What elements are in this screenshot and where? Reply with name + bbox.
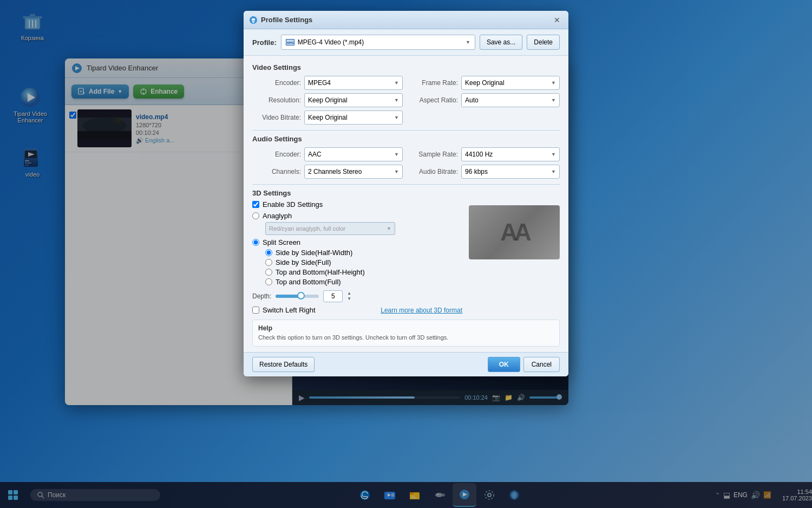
side-by-side-half-row: Side by Side(Half-Width) xyxy=(265,249,462,257)
depth-thumb xyxy=(297,292,305,299)
restore-defaults-button[interactable]: Restore Defaults xyxy=(252,357,315,372)
audio-encoder-label: Encoder: xyxy=(252,151,301,158)
video-audio-divider xyxy=(252,130,560,131)
svg-rect-36 xyxy=(252,18,255,21)
encoder-select[interactable]: MPEG4 ▼ xyxy=(304,76,403,90)
dialog-overlay: Profile Settings ✕ Profile: MPEG MPEG-4 … xyxy=(0,0,812,508)
desktop: Корзина Tipard Video Enhancer xyxy=(0,0,812,508)
aa-preview-area: AA xyxy=(469,189,560,314)
side-by-side-half-radio[interactable] xyxy=(265,249,272,256)
audio-encoder-row: Encoder: AAC ▼ xyxy=(252,147,403,161)
top-bottom-half-row: Top and Bottom(Half-Height) xyxy=(265,268,462,276)
side-by-side-full-row: Side by Side(Full) xyxy=(265,258,462,266)
depth-value: 5 xyxy=(323,290,343,302)
video-bitrate-select[interactable]: Keep Original ▼ xyxy=(304,110,403,125)
audio-bitrate-label: Audio Bitrate: xyxy=(409,168,458,175)
dialog-close-button[interactable]: ✕ xyxy=(551,14,563,26)
3d-settings-left: 3D Settings Enable 3D Settings Anaglyph … xyxy=(252,189,462,314)
side-by-side-full-label: Side by Side(Full) xyxy=(276,258,331,266)
encoder-label: Encoder: xyxy=(252,79,301,87)
depth-spinners: ▲ ▼ xyxy=(347,291,351,302)
split-screen-radio[interactable] xyxy=(252,239,259,246)
dialog-icon xyxy=(249,16,258,24)
depth-down-button[interactable]: ▼ xyxy=(347,296,351,302)
aa-preview-box: AA xyxy=(469,205,560,259)
anaglyph-select[interactable]: Red/cyan anaglyph, full color ▼ xyxy=(265,222,395,235)
aspect-ratio-label: Aspect Ratio: xyxy=(409,96,458,104)
cancel-button[interactable]: Cancel xyxy=(523,357,560,372)
svg-text:MPEG: MPEG xyxy=(287,41,294,44)
sample-rate-label: Sample Rate: xyxy=(409,151,458,158)
aa-text: AA xyxy=(500,219,528,246)
channels-select[interactable]: 2 Channels Stereo ▼ xyxy=(304,165,403,179)
audio-3d-divider xyxy=(252,184,560,185)
dialog-profile-label: Profile: xyxy=(252,38,277,47)
framerate-row: Frame Rate: Keep Original ▼ xyxy=(409,76,560,90)
learn-more-link[interactable]: Learn more about 3D format xyxy=(381,307,462,314)
dialog-profile-row: Profile: MPEG MPEG-4 Video (*.mp4) ▼ Sav… xyxy=(244,29,568,56)
top-bottom-half-label: Top and Bottom(Half-Height) xyxy=(276,268,365,276)
depth-label: Depth: xyxy=(252,292,271,300)
resolution-row: Resolution: Keep Original ▼ xyxy=(252,93,403,107)
save-as-button[interactable]: Save as... xyxy=(480,35,522,50)
framerate-select[interactable]: Keep Original ▼ xyxy=(461,76,560,90)
profile-format-icon: MPEG xyxy=(286,39,294,45)
split-screen-row: Split Screen xyxy=(252,238,462,246)
switch-left-right-checkbox[interactable] xyxy=(252,307,259,314)
enable-3d-label: Enable 3D Settings xyxy=(263,200,323,209)
switch-left-right-row: Switch Left Right xyxy=(252,306,316,314)
anaglyph-label: Anaglyph xyxy=(263,212,292,220)
dialog-profile-select[interactable]: MPEG MPEG-4 Video (*.mp4) ▼ xyxy=(281,35,475,50)
side-by-side-half-label: Side by Side(Half-Width) xyxy=(276,249,352,257)
audio-settings-grid: Encoder: AAC ▼ Sample Rate: 44100 Hz ▼ xyxy=(252,147,560,179)
aspect-ratio-row: Aspect Ratio: Auto ▼ xyxy=(409,93,560,107)
video-bitrate-row: Video Bitrate: Keep Original ▼ xyxy=(252,110,403,125)
help-section: Help Check this option to turn on 3D set… xyxy=(252,320,560,347)
aspect-ratio-select[interactable]: Auto ▼ xyxy=(461,93,560,107)
ok-button[interactable]: OK xyxy=(488,357,520,372)
audio-bitrate-row: Audio Bitrate: 96 kbps ▼ xyxy=(409,165,560,179)
dialog-body: Video Settings Encoder: MPEG4 ▼ Frame Ra… xyxy=(244,56,568,352)
framerate-label: Frame Rate: xyxy=(409,79,458,87)
resolution-select[interactable]: Keep Original ▼ xyxy=(304,93,403,107)
resolution-label: Resolution: xyxy=(252,96,301,104)
help-title: Help xyxy=(258,324,554,332)
dialog-titlebar: Profile Settings ✕ xyxy=(244,11,568,29)
profile-settings-dialog: Profile Settings ✕ Profile: MPEG MPEG-4 … xyxy=(244,11,568,376)
video-settings-grid: Encoder: MPEG4 ▼ Frame Rate: Keep Origin… xyxy=(252,76,560,125)
audio-bitrate-select[interactable]: 96 kbps ▼ xyxy=(461,165,560,179)
delete-button[interactable]: Delete xyxy=(527,35,560,50)
video-bitrate-label: Video Bitrate: xyxy=(252,114,301,121)
profile-dropdown-arrow: ▼ xyxy=(466,40,470,45)
enable-3d-checkbox[interactable] xyxy=(252,201,259,208)
anaglyph-row: Anaglyph xyxy=(252,212,462,220)
sample-rate-row: Sample Rate: 44100 Hz ▼ xyxy=(409,147,560,161)
side-by-side-full-radio[interactable] xyxy=(265,259,272,266)
switch-lr-area: Switch Left Right Learn more about 3D fo… xyxy=(252,305,462,314)
depth-up-button[interactable]: ▲ xyxy=(347,291,351,296)
3d-settings-title: 3D Settings xyxy=(252,189,462,197)
sample-rate-select[interactable]: 44100 Hz ▼ xyxy=(461,147,560,161)
profile-select-value: MPEG-4 Video (*.mp4) xyxy=(298,38,364,46)
help-text: Check this option to turn on 3D settings… xyxy=(258,334,554,342)
video-settings-title: Video Settings xyxy=(252,63,560,71)
enable-3d-row: Enable 3D Settings xyxy=(252,200,462,209)
depth-row: Depth: 5 ▲ ▼ xyxy=(252,290,462,302)
footer-buttons: OK Cancel xyxy=(488,357,560,372)
top-bottom-full-label: Top and Bottom(Full) xyxy=(276,278,341,286)
channels-label: Channels: xyxy=(252,168,301,175)
audio-encoder-select[interactable]: AAC ▼ xyxy=(304,147,403,161)
channels-row: Channels: 2 Channels Stereo ▼ xyxy=(252,165,403,179)
top-bottom-full-radio[interactable] xyxy=(265,278,272,285)
dialog-footer: Restore Defaults OK Cancel xyxy=(244,352,568,376)
switch-left-right-label: Switch Left Right xyxy=(263,306,316,314)
dialog-title: Profile Settings xyxy=(249,16,312,24)
3d-settings-area: 3D Settings Enable 3D Settings Anaglyph … xyxy=(252,189,560,314)
anaglyph-radio[interactable] xyxy=(252,212,259,219)
audio-settings-title: Audio Settings xyxy=(252,135,560,143)
encoder-row: Encoder: MPEG4 ▼ xyxy=(252,76,403,90)
split-screen-label: Split Screen xyxy=(263,238,300,246)
depth-slider[interactable] xyxy=(276,295,319,298)
top-bottom-half-radio[interactable] xyxy=(265,269,272,276)
top-bottom-full-row: Top and Bottom(Full) xyxy=(265,278,462,286)
